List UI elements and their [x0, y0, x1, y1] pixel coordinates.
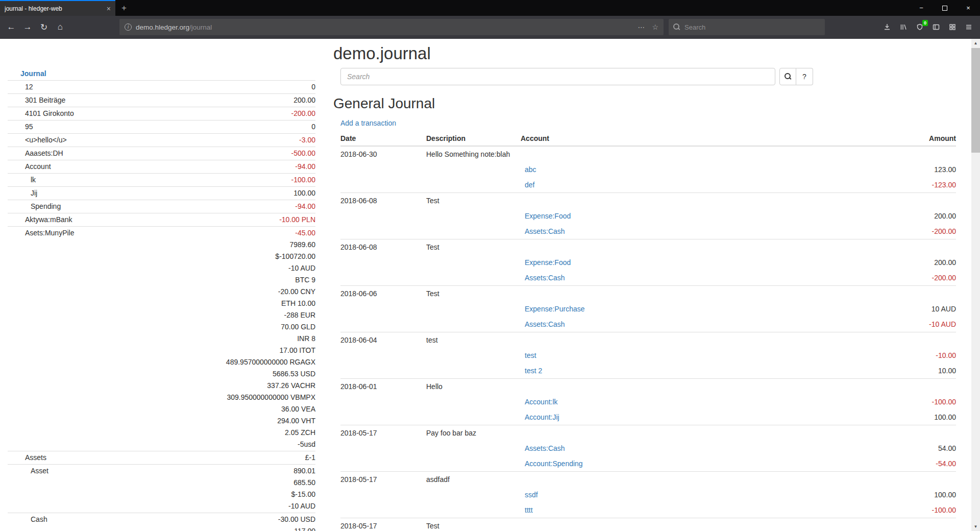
browser-tab[interactable]: journal - hledger-web ×: [0, 0, 115, 16]
balance-amount: 5686.53 USD: [139, 368, 315, 380]
transaction-row[interactable]: 2018-06-01Hello: [340, 379, 956, 395]
journal-search-input[interactable]: [340, 68, 775, 85]
posting-row: test-10.00: [340, 348, 956, 363]
posting-account-link[interactable]: Assets:Cash: [525, 444, 565, 452]
journal-main: demo.journal ? General Journal Add a tra…: [333, 39, 960, 531]
posting-account-link[interactable]: Account:lk: [525, 398, 558, 406]
posting-account-link[interactable]: tttt: [525, 506, 533, 514]
balance-amount: 0: [139, 121, 315, 133]
transaction-description: Test: [426, 193, 956, 209]
transaction-row[interactable]: 2018-06-08Test: [340, 193, 956, 209]
scroll-down-icon[interactable]: ▼: [971, 522, 980, 531]
balance-amount: ETH 10.00: [139, 298, 315, 309]
library-icon[interactable]: [895, 19, 912, 35]
account-name[interactable]: <u>hello</u>: [8, 134, 139, 147]
header-date: Date: [340, 132, 426, 146]
account-name[interactable]: 4101 Girokonto: [8, 107, 139, 120]
reload-icon[interactable]: ↻: [36, 19, 52, 35]
add-transaction-link[interactable]: Add a transaction: [340, 119, 396, 127]
account-name[interactable]: Spending: [8, 200, 139, 213]
apps-grid-icon[interactable]: [944, 19, 961, 35]
posting-account-link[interactable]: Assets:Cash: [525, 320, 565, 328]
scrollbar-thumb[interactable]: [971, 48, 980, 153]
sidebar-journal-link[interactable]: Journal: [20, 69, 46, 78]
url-bar[interactable]: i demo.hledger.org /journal ⋯ ☆: [119, 19, 664, 35]
forward-icon[interactable]: →: [19, 19, 36, 35]
menu-hamburger-icon[interactable]: [961, 19, 977, 35]
site-info-icon[interactable]: i: [125, 23, 132, 31]
account-balance: -500.00: [139, 147, 315, 160]
transaction-row[interactable]: 2018-05-17asdfadf: [340, 472, 956, 488]
transaction-row[interactable]: 2018-06-04test: [340, 332, 956, 348]
balance-amount: 100.00: [139, 187, 315, 199]
downloads-icon[interactable]: [879, 19, 895, 35]
balance-amount: -100.00: [139, 174, 315, 186]
sidebar-account-row: Asset890.01685.50$-15.00-10 AUD: [8, 465, 315, 513]
posting-account-link[interactable]: Assets:Cash: [525, 274, 565, 282]
bookmark-star-icon[interactable]: ☆: [652, 23, 658, 31]
new-tab-button[interactable]: +: [115, 0, 133, 16]
home-icon[interactable]: ⌂: [52, 19, 68, 35]
posting-account-link[interactable]: test: [525, 351, 536, 359]
posting-account-link[interactable]: Expense:Food: [525, 212, 571, 220]
search-button-icon: [785, 73, 792, 80]
page-actions-icon[interactable]: ⋯: [638, 23, 645, 31]
extension-icon[interactable]: 0: [912, 19, 928, 35]
account-name[interactable]: Cash: [8, 513, 139, 531]
back-icon[interactable]: ←: [3, 19, 19, 35]
posting-amount: -100.00: [725, 502, 956, 518]
posting-account-link[interactable]: Account:Jij: [525, 413, 559, 421]
account-name[interactable]: 12: [8, 81, 139, 94]
posting-account-link[interactable]: Assets:Cash: [525, 227, 565, 235]
transaction-row[interactable]: 2018-06-06Test: [340, 286, 956, 302]
posting-account-link[interactable]: test 2: [525, 367, 542, 375]
balance-amount: 890.01: [139, 465, 315, 477]
posting-row: Expense:Food200.00: [340, 255, 956, 270]
balance-amount: -10.00 PLN: [139, 214, 315, 226]
posting-amount: 100.00: [725, 409, 956, 425]
scroll-up-icon[interactable]: ▲: [971, 39, 980, 47]
balance-amount: -5usd: [139, 439, 315, 450]
account-name[interactable]: lk: [8, 174, 139, 187]
search-help-button[interactable]: ?: [796, 68, 813, 85]
transaction-row[interactable]: 2018-05-17Pay foo bar baz: [340, 425, 956, 441]
transaction-description: Test: [426, 518, 956, 531]
account-name[interactable]: Asets:MunyPile: [8, 227, 139, 451]
balance-amount: -94.00: [139, 161, 315, 173]
account-name[interactable]: 95: [8, 120, 139, 134]
account-balance: -94.00: [139, 160, 315, 174]
account-name[interactable]: Aaasets:DH: [8, 147, 139, 160]
balance-amount: 309.950000000000 VBMPX: [139, 392, 315, 403]
posting-account-link[interactable]: Expense:Purchase: [525, 305, 585, 313]
posting-account-link[interactable]: def: [525, 181, 534, 189]
posting-account-link[interactable]: Account:Spending: [525, 460, 583, 468]
sidebar-toggle-icon[interactable]: [928, 19, 944, 35]
browser-search-bar[interactable]: Search: [669, 19, 825, 35]
tab-close-icon[interactable]: ×: [107, 5, 111, 12]
transaction-row[interactable]: 2018-05-17Test: [340, 518, 956, 531]
account-name[interactable]: Assets: [8, 451, 139, 465]
header-amount: Amount: [725, 132, 956, 146]
search-submit-button[interactable]: [779, 68, 796, 85]
posting-account-link[interactable]: ssdf: [525, 491, 538, 499]
account-name[interactable]: Account: [8, 160, 139, 174]
sidebar-account-row: 4101 Girokonto-200.00: [8, 107, 315, 120]
posting-row: Account:lk-100.00: [340, 394, 956, 409]
posting-account-link[interactable]: abc: [525, 165, 536, 174]
account-name[interactable]: Aktywa:mBank: [8, 213, 139, 227]
window-close-button[interactable]: ×: [957, 0, 980, 16]
account-name[interactable]: 301 Beiträge: [8, 94, 139, 107]
balance-amount: 7989.60: [139, 239, 315, 251]
balance-amount: -3.00: [139, 134, 315, 146]
account-name[interactable]: Asset: [8, 465, 139, 513]
transaction-row[interactable]: 2018-06-30Hello Something note:blah: [340, 146, 956, 162]
account-name[interactable]: Jij: [8, 187, 139, 200]
balance-amount: 685.50: [139, 477, 315, 489]
page-scrollbar[interactable]: ▲ ▼: [971, 39, 980, 531]
balance-amount: 0: [139, 81, 315, 93]
transaction-row[interactable]: 2018-06-08Test: [340, 239, 956, 255]
window-maximize-button[interactable]: [933, 0, 957, 16]
account-balance: 100.00: [139, 187, 315, 200]
posting-account-link[interactable]: Expense:Food: [525, 258, 571, 267]
window-minimize-button[interactable]: −: [910, 0, 933, 16]
